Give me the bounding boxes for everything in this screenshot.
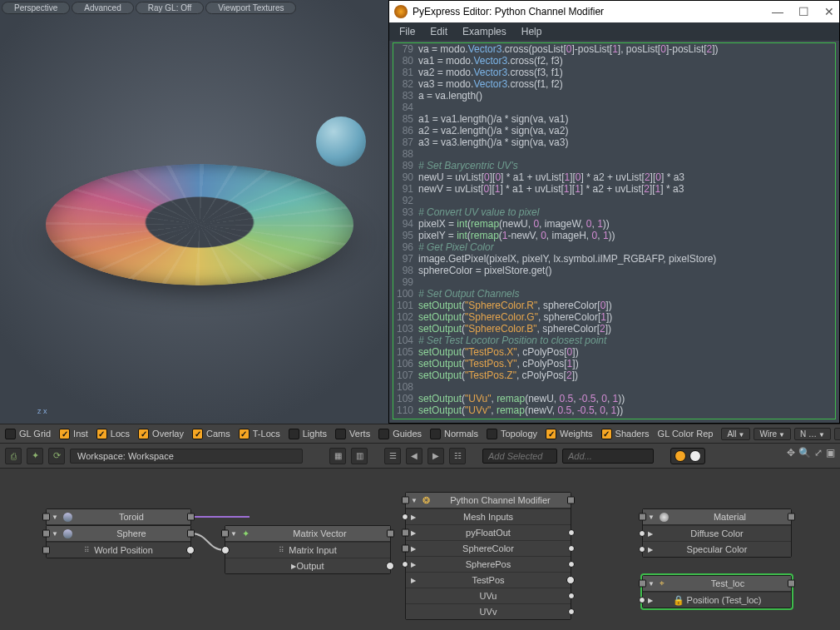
combo-other[interactable]: Other▼ xyxy=(834,428,840,440)
pan-icon[interactable]: ✥ xyxy=(787,447,795,459)
toggle-label: GL Grid xyxy=(19,429,51,439)
align-btn-1[interactable]: ☰ xyxy=(384,448,401,464)
workspace-selector[interactable]: Workspace: Workspace xyxy=(70,449,303,464)
node-row[interactable]: Specular Color xyxy=(687,544,748,554)
toggle-normals[interactable] xyxy=(430,429,441,439)
axis-gizmo: z x xyxy=(37,407,47,415)
toggle-guides[interactable] xyxy=(378,429,389,439)
menu-examples[interactable]: Examples xyxy=(462,26,506,37)
menu-edit[interactable]: Edit xyxy=(430,26,447,37)
node-row[interactable]: pyFloatOut xyxy=(466,528,511,538)
close-icon[interactable]: ✕ xyxy=(824,5,834,18)
viewport-tab[interactable]: Ray GL: Off xyxy=(136,2,205,14)
gl-color-rep-label: GL Color Rep xyxy=(658,429,714,439)
combo-wire[interactable]: Wire▼ xyxy=(754,428,790,440)
minimize-icon[interactable]: — xyxy=(772,5,783,18)
node-matrix-vector[interactable]: ▼✦ Matrix Vector ⠿Matrix Input ▶Output xyxy=(225,525,391,574)
node-graph-toolbar: ⎙ ✦ ⟳ Workspace: Workspace ▦ ▥ ☰ ◀ ▶ ☷ ✥… xyxy=(0,444,840,469)
tool-icon-1[interactable]: ⎙ xyxy=(5,448,22,464)
mesh-icon xyxy=(63,529,72,538)
node-material[interactable]: ▼ Material ▶Diffuse Color ▶Specular Colo… xyxy=(642,508,792,558)
python-icon: ❂ xyxy=(422,495,430,506)
grid-btn-1[interactable]: ▦ xyxy=(329,448,346,464)
node-title: Test_loc xyxy=(670,578,786,588)
add-input[interactable] xyxy=(562,449,654,464)
toggle-label: Guides xyxy=(393,429,422,439)
viewport-tab[interactable]: Viewport Textures xyxy=(205,2,296,14)
maximize-icon[interactable]: ☐ xyxy=(798,5,809,18)
toggle-label: Shaders xyxy=(615,429,650,439)
toggle-weights[interactable] xyxy=(546,429,556,439)
viewport-tab[interactable]: Perspective xyxy=(2,2,70,14)
editor-menubar: FileEditExamplesHelp xyxy=(389,22,839,41)
code-editor[interactable]: 79va = modo.Vector3.cross(posList[0]-pos… xyxy=(393,42,836,419)
node-row[interactable]: Output xyxy=(296,561,324,571)
torus-mesh xyxy=(46,164,353,285)
pyexpress-editor-window: PyExpress Editor: Python Channel Modifie… xyxy=(388,0,840,424)
toggle-lights[interactable] xyxy=(289,429,299,439)
editor-title: PyExpress Editor: Python Channel Modifie… xyxy=(413,6,604,17)
frame-icon[interactable]: ▣ xyxy=(826,447,835,459)
toggle-topology[interactable] xyxy=(487,429,497,439)
grid-btn-2[interactable]: ▥ xyxy=(351,448,368,464)
viewport-toggle-bar: GL GridInstLocsOverlayCamsT-LocsLightsVe… xyxy=(0,424,840,444)
node-row[interactable]: SpherePos xyxy=(466,559,511,569)
toggle-verts[interactable] xyxy=(335,429,346,439)
toggle-shaders[interactable] xyxy=(601,429,612,439)
combo-n …[interactable]: N …▼ xyxy=(794,428,831,440)
vector-icon: ✦ xyxy=(242,528,250,539)
toggle-cams[interactable] xyxy=(192,429,203,439)
tool-icon-3[interactable]: ⟳ xyxy=(48,448,65,464)
viewport-tabs: PerspectiveAdvancedRay GL: OffViewport T… xyxy=(0,0,298,16)
arrow-left-icon[interactable]: ◀ xyxy=(406,448,422,464)
node-row[interactable]: Matrix Input xyxy=(289,545,336,555)
viewport-tab[interactable]: Advanced xyxy=(72,2,133,14)
add-selected-input[interactable] xyxy=(482,449,557,464)
menu-file[interactable]: File xyxy=(399,26,415,37)
toggle-label: Weights xyxy=(560,429,593,439)
node-row[interactable]: World Position xyxy=(94,545,153,555)
toggle-locs[interactable] xyxy=(96,429,107,439)
editor-titlebar[interactable]: PyExpress Editor: Python Channel Modifie… xyxy=(389,1,839,22)
node-row[interactable]: TestPos xyxy=(472,575,504,585)
node-sphere[interactable]: ▼ Sphere ⠿World Position xyxy=(46,525,191,558)
toggle-label: Inst xyxy=(73,429,88,439)
node-graph-canvas[interactable]: ▼ Toroid ▼ Sphere ⠿World Position ▼✦ Mat… xyxy=(0,469,840,630)
menu-help[interactable]: Help xyxy=(521,26,542,37)
node-graph-panel: ⎙ ✦ ⟳ Workspace: Workspace ▦ ▥ ☰ ◀ ▶ ☷ ✥… xyxy=(0,444,840,630)
toggle-gl-grid[interactable] xyxy=(5,429,16,439)
node-row[interactable]: SphereColor xyxy=(462,543,514,553)
toggle-inst[interactable] xyxy=(59,429,70,439)
node-title: Sphere xyxy=(77,528,185,538)
node-row[interactable]: UVv xyxy=(480,607,497,617)
node-row[interactable]: UVu xyxy=(480,591,497,601)
node-toroid[interactable]: ▼ Toroid xyxy=(46,508,191,526)
node-test-loc[interactable]: ▼⌖ Test_loc ▶🔒 Position (Test_loc) xyxy=(642,575,792,608)
app-logo-icon xyxy=(394,5,408,18)
node-row[interactable]: Mesh Inputs xyxy=(463,512,513,522)
toggle-label: Cams xyxy=(206,429,230,439)
toggle-t-locs[interactable] xyxy=(239,429,250,439)
tool-icon-2[interactable]: ✦ xyxy=(27,448,43,464)
locator-icon: ⌖ xyxy=(660,578,665,588)
node-title: Python Channel Modifier xyxy=(435,495,566,505)
toggle-label: Lights xyxy=(303,429,327,439)
align-btn-2[interactable]: ☷ xyxy=(449,448,466,464)
toggle-overlay[interactable] xyxy=(138,429,149,439)
toggle-label: Verts xyxy=(349,429,370,439)
toggle-label: Locs xyxy=(111,429,130,439)
node-row[interactable]: 🔒 Position (Test_loc) xyxy=(673,595,762,606)
combo-all[interactable]: All▼ xyxy=(721,428,750,440)
toggle-label: T-Locs xyxy=(253,429,280,439)
node-python-channel-modifier[interactable]: ▼❂ Python Channel Modifier ▶Mesh Inputs … xyxy=(405,492,571,620)
arrow-right-icon[interactable]: ▶ xyxy=(427,448,444,464)
viewport-region: z x PerspectiveAdvancedRay GL: OffViewpo… xyxy=(0,0,840,424)
toggle-label: Normals xyxy=(444,429,478,439)
zoom-icon[interactable]: 🔍 xyxy=(798,447,811,459)
fit-icon[interactable]: ⤢ xyxy=(814,447,823,459)
material-icon xyxy=(660,513,669,522)
node-row[interactable]: Diffuse Color xyxy=(690,528,743,538)
record-toggle[interactable] xyxy=(670,448,705,464)
viewport-canvas[interactable]: z x xyxy=(0,0,388,424)
toggle-label: Overlay xyxy=(152,429,184,439)
